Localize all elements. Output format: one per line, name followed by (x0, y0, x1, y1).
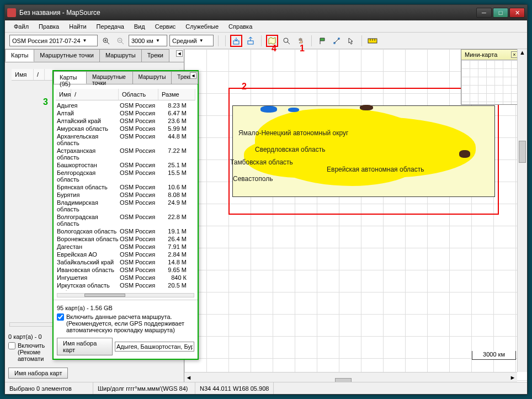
table-row[interactable]: Белгородская областьOSM Россия15.5 М (54, 169, 198, 183)
svg-rect-8 (248, 41, 253, 44)
table-row[interactable]: ДагестанOSM Россия7.91 М (54, 243, 198, 251)
table-row[interactable]: Брянская областьOSM Россия10.6 М (54, 183, 198, 191)
scale-combo-text: 3000 км (131, 38, 153, 44)
left-hint1: (Рекоме (18, 349, 40, 355)
col-name[interactable]: Имя (12, 69, 34, 80)
select-tool-icon[interactable] (345, 35, 357, 47)
popup-tab-maps[interactable]: Карты (95) (54, 71, 87, 84)
left-include-check[interactable] (8, 342, 15, 349)
table-row[interactable]: Владимирская областьOSM Россия24.9 М (54, 199, 198, 213)
receive-from-device-icon[interactable] (244, 35, 257, 47)
tab-waypoints[interactable]: Маршрутные точки (34, 49, 100, 62)
menu-find[interactable]: Найти (65, 22, 91, 31)
h-scrollbar[interactable]: ◄ ► (184, 372, 517, 382)
popup-h-scroll[interactable] (57, 293, 194, 297)
popup-col-region[interactable]: Область (119, 89, 158, 100)
table-row[interactable]: БурятияOSM Россия8.08 М (54, 191, 198, 199)
left-tabs: Карты Маршрутные точки Маршруты Треки (5, 49, 184, 62)
zoom-tool-icon[interactable] (280, 35, 292, 47)
table-row[interactable]: Алтайский крайOSM Россия23.6 М (54, 117, 198, 125)
panel-toggle-icon[interactable]: ◄ (176, 50, 183, 57)
menu-transfer[interactable]: Передача (92, 22, 129, 31)
popup-tab-routes[interactable]: Маршруты (132, 71, 172, 84)
menu-file[interactable]: Файл (9, 22, 33, 31)
table-row[interactable]: АлтайOSM Россия6.47 М (54, 109, 198, 117)
table-row[interactable]: Еврейская АОOSM Россия2.84 М (54, 251, 198, 258)
popup-mapset-input[interactable] (115, 342, 194, 352)
table-row[interactable]: БашкортостанOSM Россия25.1 М (54, 161, 198, 169)
map-label-3: Еврейская автономная область (327, 166, 424, 173)
table-row[interactable]: Вологодская областьOSM Россия19.1 М (54, 227, 198, 235)
svg-rect-7 (233, 41, 239, 44)
popup-col-name[interactable]: Имя (56, 89, 71, 100)
send-to-device-icon[interactable] (230, 35, 242, 47)
table-row[interactable]: Иркутская областьOSM Россия20.5 М (54, 281, 198, 289)
maps-popup-panel: ◄ Карты (95) Маршрутные точки Маршруты Т… (52, 70, 199, 360)
status-selection: Выбрано 0 элементов (5, 382, 93, 394)
map-selection-box: Ямало-Ненецкий автономный округ Свердлов… (228, 88, 499, 215)
status-coord: N34 44.011 W168 05.908 (195, 382, 274, 394)
table-row[interactable]: Кабардино-БалкарияOSM Россия3.67 М (54, 289, 198, 291)
measure-tool-icon[interactable] (366, 35, 379, 47)
maximize-button[interactable]: □ (493, 8, 508, 18)
table-row[interactable]: Амурская областьOSM Россия5.99 М (54, 125, 198, 132)
table-row[interactable]: Архангельская областьOSM Россия44.8 М (54, 132, 198, 147)
minimap[interactable]: Мини-карта × (461, 49, 522, 105)
table-row[interactable]: ИнгушетияOSM Россия840 К (54, 274, 198, 281)
svg-point-9 (284, 38, 288, 42)
menu-help[interactable]: Справка (224, 22, 257, 31)
popup-mapset-button[interactable]: Имя набора карт (57, 338, 113, 355)
product-combo[interactable]: OSM Россия 2017-07-24▼ (9, 35, 98, 46)
titlebar[interactable]: Без названия - MapSource ─ □ ✕ (5, 5, 527, 20)
popup-include-check[interactable] (57, 313, 64, 321)
annotation-2: 2 (242, 82, 247, 92)
tab-maps[interactable]: Карты (5, 49, 34, 62)
popup-toggle-icon[interactable]: ◄ (190, 72, 196, 79)
table-row[interactable]: Астраханская областьOSM Россия7.22 М (54, 147, 198, 161)
annotation-4: 4 (272, 44, 276, 54)
menu-service[interactable]: Сервис (151, 22, 180, 31)
table-row[interactable]: Воронежская областьOSM Россия26.4 М (54, 235, 198, 243)
tab-tracks[interactable]: Треки (141, 49, 169, 62)
menu-utils[interactable]: Служебные (181, 22, 223, 31)
statusbar: Выбрано 0 элементов Шир/долг гггг°мм.ммм… (5, 382, 527, 394)
annotation-1: 1 (300, 44, 305, 54)
map-view[interactable]: Ямало-Ненецкий автономный округ Свердлов… (184, 49, 527, 382)
popup-col-size[interactable]: Разме (158, 89, 195, 100)
scale-bar: 3000 км (472, 351, 516, 360)
detail-combo-text: Средний (172, 38, 197, 44)
popup-hint: (Рекомендуется, если GPS поддерживает ав… (66, 320, 184, 333)
zoom-out-icon[interactable] (114, 35, 126, 47)
map-label-0: Ямало-Ненецкий автономный округ (238, 129, 348, 137)
table-row[interactable]: Забайкальский крайOSM Россия14.8 М (54, 258, 198, 266)
popup-table[interactable]: АдыгеяOSM Россия8.23 МАлтайOSM Россия6.4… (54, 102, 198, 291)
table-row[interactable]: Ивановская областьOSM Россия9.65 М (54, 266, 198, 274)
product-combo-text: OSM Россия 2017-07-24 (12, 38, 81, 44)
mapset-name-button[interactable]: Имя набора карт (8, 368, 68, 379)
minimap-body[interactable] (461, 60, 521, 104)
left-include-label: Включить (18, 342, 45, 349)
scale-combo[interactable]: 3000 км▼ (129, 35, 167, 46)
popup-tab-waypoints[interactable]: Маршрутные точки (86, 71, 133, 84)
minimize-button[interactable]: ─ (476, 8, 492, 18)
status-coord-format: Шир/долг гггг°мм.ммм'(WGS 84) (93, 382, 195, 394)
menu-edit[interactable]: Правка (34, 22, 63, 31)
table-row[interactable]: АдыгеяOSM Россия8.23 М (54, 102, 198, 109)
tab-routes[interactable]: Маршруты (99, 49, 142, 62)
svg-line-5 (121, 42, 124, 44)
detail-combo[interactable]: Средний▼ (169, 35, 214, 46)
map-label-1: Свердловская область (255, 146, 325, 153)
close-button[interactable]: ✕ (509, 8, 525, 18)
col-slash[interactable]: / (34, 69, 45, 80)
waypoint-tool-icon[interactable] (316, 35, 328, 47)
menu-view[interactable]: Вид (130, 22, 150, 31)
annotation-3: 3 (43, 97, 48, 107)
v-scrollbar[interactable]: ▲ (517, 49, 527, 372)
route-tool-icon[interactable] (331, 35, 343, 47)
popup-col-slash[interactable]: / (71, 89, 119, 100)
zoom-in-icon[interactable] (100, 35, 112, 47)
map-label-4: Севастополь (233, 175, 273, 183)
svg-line-1 (107, 42, 109, 44)
menubar: Файл Правка Найти Передача Вид Сервис Сл… (5, 20, 527, 33)
table-row[interactable]: Волгоградская областьOSM Россия22.8 М (54, 213, 198, 227)
